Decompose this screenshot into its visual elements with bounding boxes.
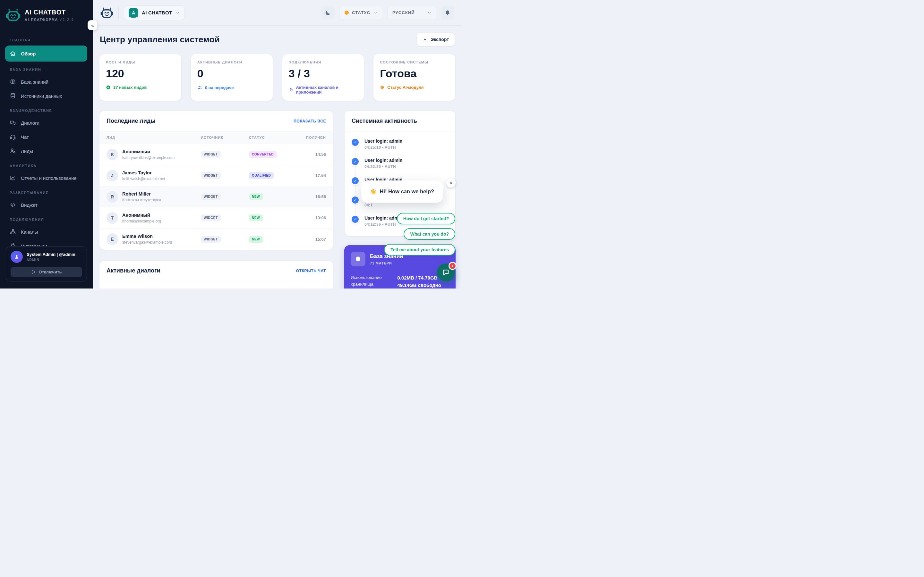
status-dot bbox=[344, 11, 349, 15]
check-circle-icon: ✓ bbox=[352, 158, 359, 165]
lead-time: 13:06 bbox=[300, 215, 326, 220]
notifications-button[interactable] bbox=[441, 6, 454, 19]
lead-contact: stevenvargas@example.com bbox=[122, 240, 172, 245]
source-badge: WIDGET bbox=[201, 151, 221, 158]
sidebar-item-label: Чат bbox=[21, 134, 29, 140]
home-icon bbox=[10, 50, 16, 57]
table-row[interactable]: E Emma Wilson stevenvargas@example.com W… bbox=[99, 229, 333, 250]
nav-section-connections: ПОДКЛЮЧЕНИЯ bbox=[0, 212, 93, 224]
table-row[interactable]: R Robert Miller Контакты отсутствуют WID… bbox=[99, 186, 333, 207]
lead-contact: keithwalsh@example.net bbox=[122, 177, 165, 181]
lead-initial: R bbox=[107, 191, 118, 203]
chat-launcher-button[interactable]: 1 bbox=[437, 263, 455, 282]
sidebar-item-chat[interactable]: Чат bbox=[5, 130, 87, 143]
users-icon bbox=[197, 85, 202, 90]
language-value: РУССКИЙ bbox=[393, 10, 415, 15]
stat-label: СОСТОЯНИЕ СИСТЕМЫ bbox=[380, 60, 449, 64]
check-circle-icon: ✓ bbox=[352, 139, 359, 146]
sidebar-item-integrations[interactable]: Интеграции bbox=[5, 239, 87, 246]
column-header: ЛИД bbox=[107, 135, 201, 139]
workspace-selector[interactable]: A AI CHATBOT bbox=[124, 5, 185, 20]
table-row[interactable]: K Анонимный kathrynwatkins@example.com W… bbox=[99, 144, 333, 165]
sidebar-item-label: Виджет bbox=[21, 202, 37, 208]
lead-initial: K bbox=[107, 149, 118, 160]
lead-initial: J bbox=[107, 170, 118, 181]
nav-section-analytics: АНАЛИТИКА bbox=[0, 158, 93, 171]
sidebar-item-data-sources[interactable]: Источники данных bbox=[5, 89, 87, 103]
table-row[interactable]: J James Taylor keithwalsh@example.net WI… bbox=[99, 165, 333, 186]
lead-name: Emma Wilson bbox=[122, 234, 172, 239]
stat-label: РОСТ И ЛИДЫ bbox=[106, 60, 175, 64]
line-chart-icon bbox=[10, 175, 16, 181]
lead-contact: Контакты отсутствуют bbox=[122, 198, 162, 202]
status-dropdown[interactable]: СТАТУС bbox=[339, 6, 383, 20]
nav-section-knowledge: БАЗА ЗНАНИЙ bbox=[0, 62, 93, 74]
sidebar-item-overview[interactable]: Обзор bbox=[5, 45, 87, 61]
avatar bbox=[11, 251, 23, 263]
lead-time: 16:55 bbox=[300, 194, 326, 199]
dark-mode-toggle[interactable] bbox=[321, 6, 334, 19]
export-label: Экспорт bbox=[431, 37, 449, 42]
network-icon bbox=[10, 229, 16, 235]
list-item: ✓ User login: admin 04:22:20 • AUTH bbox=[352, 158, 448, 177]
sidebar-item-label: База знаний bbox=[21, 79, 48, 85]
sidebar: AI CHATBOT AI-ПЛАТФОРМА V2.2.9 « ГЛАВНАЯ… bbox=[0, 0, 93, 288]
dialogs-empty-state: Нет активных сессий за последние 30 мин bbox=[99, 281, 333, 288]
chat-suggestion[interactable]: Tell me about your features bbox=[384, 244, 455, 255]
stat-footer-text: 0 на передаче bbox=[205, 85, 234, 90]
divider bbox=[118, 7, 119, 19]
brand-version: V2.2.9 bbox=[60, 18, 74, 21]
sidebar-item-dialogs[interactable]: Диалоги bbox=[5, 116, 87, 129]
source-badge: WIDGET bbox=[201, 193, 221, 200]
language-select[interactable]: РУССКИЙ bbox=[388, 6, 436, 20]
sidebar-item-reports[interactable]: Отчёты и использование bbox=[5, 171, 87, 185]
chat-suggestion[interactable]: How do I get started? bbox=[397, 213, 455, 224]
nav-section-deploy: РАЗВЁРТЫВАНИЕ bbox=[0, 185, 93, 197]
logout-icon bbox=[31, 269, 36, 274]
status-badge: CONVERTED bbox=[249, 151, 276, 158]
check-circle-icon: ✓ bbox=[352, 197, 359, 203]
lead-name: Анонимный bbox=[122, 149, 174, 154]
sidebar-nav: ГЛАВНАЯ Обзор БАЗА ЗНАНИЙ База знаний Ис… bbox=[0, 26, 93, 246]
show-all-link[interactable]: ПОКАЗАТЬ ВСЕ bbox=[294, 119, 326, 123]
stat-value: Готова bbox=[380, 67, 449, 80]
brand-subtitle: AI-ПЛАТФОРМА bbox=[25, 18, 58, 21]
chip-icon bbox=[380, 85, 384, 90]
list-item: ✓ User login: admin 04:25:10 • AUTH bbox=[352, 139, 448, 158]
sidebar-item-widget[interactable]: Виджет bbox=[5, 198, 87, 211]
lead-time: 15:07 bbox=[300, 237, 326, 242]
user-role: ADMIN bbox=[27, 258, 75, 261]
sidebar-item-channels[interactable]: Каналы bbox=[5, 225, 87, 239]
check-circle-icon: ✓ bbox=[352, 216, 359, 223]
sidebar-collapse-button[interactable]: « bbox=[87, 20, 97, 30]
leads-table-header: ЛИД ИСТОЧНИК СТАТУС ПОЛУЧЕН bbox=[99, 131, 333, 144]
unread-badge: 1 bbox=[449, 262, 457, 270]
database-icon bbox=[10, 93, 16, 99]
status-badge: NEW bbox=[249, 193, 263, 200]
active-dialogs-panel: Активные диалоги ОТКРЫТЬ ЧАТ Нет активны… bbox=[99, 260, 333, 288]
sidebar-item-label: Обзор bbox=[21, 51, 36, 56]
source-badge: WIDGET bbox=[201, 236, 221, 243]
chat-greeting-text: Hi! How can we help? bbox=[380, 189, 434, 195]
brand: AI CHATBOT AI-ПЛАТФОРМА V2.2.9 bbox=[0, 0, 93, 26]
recent-leads-panel: Последние лиды ПОКАЗАТЬ ВСЕ ЛИД ИСТОЧНИК… bbox=[99, 111, 333, 250]
sidebar-item-knowledge-base[interactable]: База знаний bbox=[5, 75, 87, 89]
export-button[interactable]: Экспорт bbox=[417, 33, 455, 46]
topbar: A AI CHATBOT СТАТУС РУССКИЙ bbox=[93, 0, 462, 26]
chat-suggestion[interactable]: What can you do? bbox=[404, 228, 455, 240]
logout-button[interactable]: Отключить bbox=[11, 267, 82, 277]
stat-footer-text: Статус AI-модуля bbox=[387, 85, 423, 90]
sidebar-item-label: Интеграции bbox=[21, 243, 47, 247]
table-row[interactable]: T Анонимный tthomas@example.org WIDGET N… bbox=[99, 207, 333, 229]
sidebar-item-label: Диалоги bbox=[21, 120, 39, 126]
moon-icon bbox=[325, 10, 331, 16]
sidebar-item-leads[interactable]: Лиды bbox=[5, 144, 87, 158]
robot-logo-icon bbox=[6, 8, 21, 23]
sidebar-item-label: Лиды bbox=[21, 148, 33, 154]
column-header: СТАТУС bbox=[249, 135, 300, 139]
lead-contact: kathrynwatkins@example.com bbox=[122, 155, 174, 160]
open-chat-link[interactable]: ОТКРЫТЬ ЧАТ bbox=[296, 269, 326, 273]
chat-close-button[interactable]: × bbox=[446, 178, 456, 187]
event-time: 04:1 bbox=[365, 203, 448, 207]
lead-initial: T bbox=[107, 212, 118, 224]
